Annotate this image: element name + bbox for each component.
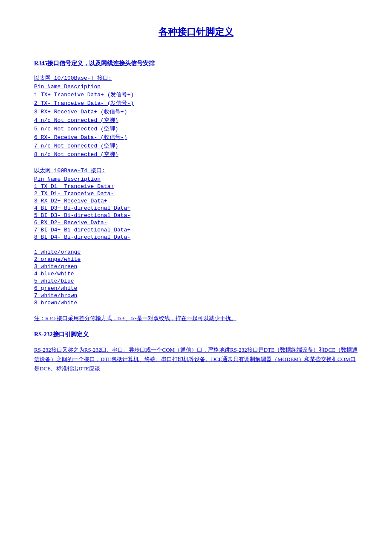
color-8: 8 brown/white — [34, 300, 358, 306]
color-2: 2 orange/white — [34, 256, 358, 263]
ethernet-100t4-title: 以太网 100Base-T4 接口: — [34, 167, 358, 174]
color-1: 1 white/orange — [34, 249, 358, 255]
pin-1-8: 8 n/c Not connected (空脚) — [34, 150, 358, 158]
pin-1-2: 2 TX- Tranceive Data- (发信号-) — [34, 99, 358, 107]
pin-1-7: 7 n/c Not connected (空脚) — [34, 142, 358, 150]
color-4: 4 blue/white — [34, 271, 358, 277]
pin-2-2: 2 TX D1- Tranceive Data- — [34, 191, 358, 197]
pin-2-4: 4 BI D3+ Bi-directional Data+ — [34, 205, 358, 211]
color-5: 5 white/blue — [34, 278, 358, 284]
rs232-description: RS-232接口又称之为RS-232口、串口、异步口或一个COM（通信）口，严格… — [34, 345, 358, 373]
pin-2-1: 1 TX D1+ Tranceive Data+ — [34, 183, 358, 190]
rs232-heading: RS-232接口引脚定义 — [34, 331, 358, 338]
pin-2-7: 7 BI D4+ Bi-directional Data+ — [34, 227, 358, 233]
pin-1-6: 6 RX- Receive Data- (收信号-) — [34, 133, 358, 141]
pin-2-3: 3 RX D2+ Receive Data+ — [34, 198, 358, 204]
rj45-section: RJ45接口信号定义，以及网线连接头信号安排 以太网 10/100Base-T … — [34, 60, 358, 322]
pin-1-1: 1 TX+ Tranceive Data+ (发信号+) — [34, 91, 358, 98]
pin-header-2: Pin Name Description — [34, 176, 358, 182]
pin-1-3: 3 RX+ Receive Data+ (收信号+) — [34, 108, 358, 116]
ethernet-10-100-block: 以太网 10/100Base-T 接口: Pin Name Descriptio… — [34, 74, 358, 158]
ethernet-10-100-title: 以太网 10/100Base-T 接口: — [34, 74, 358, 82]
pin-1-5: 5 n/c Not connected (空脚) — [34, 125, 358, 133]
pin-2-6: 6 RX D2- Receive Data- — [34, 220, 358, 226]
pin-2-5: 5 BI D3- Bi-directional Data- — [34, 212, 358, 219]
rj45-note: 注：RJ45接口采用差分传输方式，tx+、tx-是一对双绞线，拧在一起可以减少干… — [34, 315, 358, 322]
pin-2-8: 8 BI D4- Bi-directional Data- — [34, 234, 358, 240]
color-7: 7 white/brown — [34, 292, 358, 299]
rj45-heading: RJ45接口信号定义，以及网线连接头信号安排 — [34, 60, 358, 67]
ethernet-100t4-block: 以太网 100Base-T4 接口: Pin Name Description … — [34, 167, 358, 240]
page-title: 各种接口针脚定义 — [34, 26, 358, 38]
wire-colors-block: 1 white/orange 2 orange/white 3 white/gr… — [34, 249, 358, 306]
rs232-section: RS-232接口引脚定义 RS-232接口又称之为RS-232口、串口、异步口或… — [34, 331, 358, 373]
pin-header-1: Pin Name Description — [34, 84, 358, 90]
color-6: 6 green/white — [34, 285, 358, 292]
pin-1-4: 4 n/c Not connected (空脚) — [34, 116, 358, 124]
color-3: 3 white/green — [34, 263, 358, 270]
